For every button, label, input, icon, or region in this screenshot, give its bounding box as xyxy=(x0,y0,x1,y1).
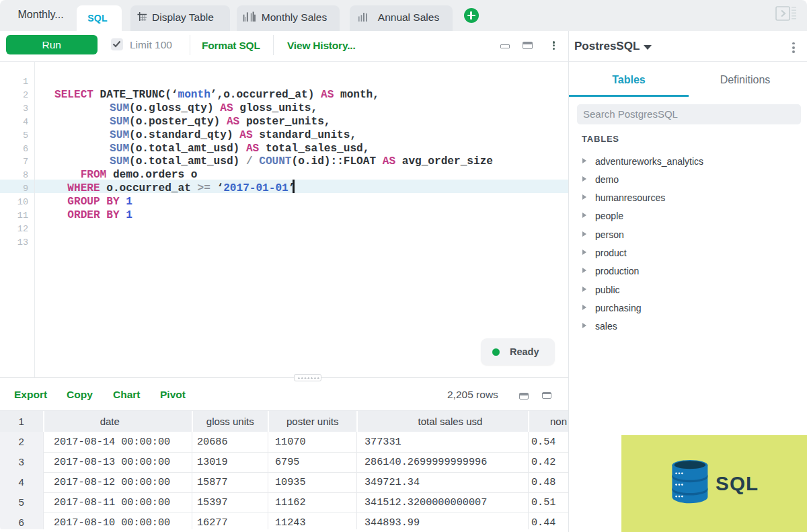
svg-text:SQL: SQL xyxy=(716,472,759,494)
